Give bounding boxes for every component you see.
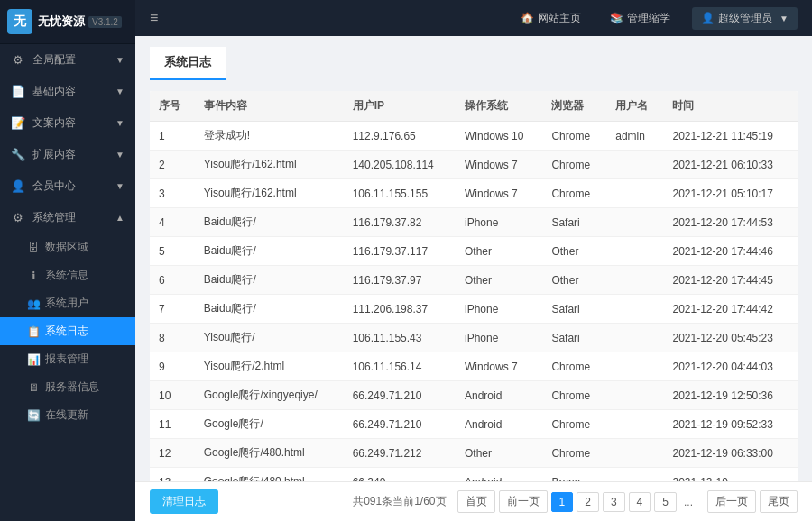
table-cell: Chrome [542, 381, 606, 410]
last-page-btn[interactable]: 尾页 [760, 490, 798, 513]
sidebar-item-quanjupeizhi[interactable]: ⚙ 全局配置 ▼ [0, 44, 135, 76]
table-cell: Chrome [542, 179, 606, 208]
table-cell [606, 352, 663, 381]
sidebar-item-huiyuanzhongxin[interactable]: 👤 会员中心 ▼ [0, 170, 135, 202]
table-row: 3Yisou爬行/162.html106.11.155.155Windows 7… [150, 179, 798, 208]
page-4-btn[interactable]: 4 [629, 492, 651, 512]
logo-text: 无忧资源 [38, 14, 85, 30]
extend-icon: 🔧 [11, 148, 25, 162]
table-cell: 2021-12-19 06:33:00 [663, 439, 798, 468]
table-cell: Android [456, 381, 542, 410]
table-cell: Google爬行/xingyeqiye/ [195, 381, 344, 410]
table-cell: Chrome [542, 122, 606, 151]
table-cell: 1 [150, 122, 195, 151]
sidebar-item-xitongrizhi[interactable]: 📋 系统日志 [0, 317, 135, 345]
sidebar-logo: 无 无忧资源 V3.1.2 [0, 0, 135, 44]
sidebar-item-fuwuqixinxi[interactable]: 🖥 服务器信息 [0, 373, 135, 401]
log-icon: 📋 [27, 325, 40, 338]
first-page-btn[interactable]: 首页 [457, 490, 495, 513]
chevron-down-icon: ▼ [115, 87, 125, 96]
sidebar-item-shujuquyu[interactable]: 🗄 数据区域 [0, 233, 135, 261]
table-cell: Windows 7 [456, 151, 542, 179]
table-cell: 116.179.37.117 [344, 237, 456, 266]
table-row: 4Baidu爬行/116.179.37.82iPhoneSafari2021-1… [150, 208, 798, 237]
table-cell: Chrome [542, 410, 606, 439]
sidebar-item-wenneirong[interactable]: 📝 文案内容 ▼ [0, 107, 135, 139]
sidebar-item-jichuneirong[interactable]: 📄 基础内容 ▼ [0, 76, 135, 107]
table-row: 9Yisou爬行/2.html106.11.156.14Windows 7Chr… [150, 352, 798, 381]
table-cell: 2021-12-19 ... [663, 468, 798, 482]
table-cell: 2021-12-20 17:44:53 [663, 208, 798, 237]
user-icon: 👤 [11, 179, 25, 194]
content-area: 系统日志 序号 事件内容 用户IP 操作系统 浏览器 用户名 时间 1登录成功!… [135, 36, 812, 481]
sidebar-item-kuozhaneirong[interactable]: 🔧 扩展内容 ▼ [0, 139, 135, 170]
sidebar-item-xitongguanli[interactable]: ⚙ 系统管理 ▲ [0, 202, 135, 233]
page-3-btn[interactable]: 3 [603, 492, 625, 512]
sidebar-item-label: 服务器信息 [45, 379, 99, 395]
sidebar-item-zaixiangengxin[interactable]: 🔄 在线更新 [0, 401, 135, 429]
table-cell: 116.179.37.82 [344, 208, 456, 237]
prev-page-btn[interactable]: 前一页 [499, 490, 548, 513]
page-5-btn[interactable]: 5 [654, 492, 677, 512]
sidebar-item-xitongxinxi[interactable]: ℹ 系统信息 [0, 261, 135, 289]
table-cell: iPhone [456, 295, 542, 324]
sidebar-item-label: 数据区域 [45, 240, 88, 255]
table-cell [606, 237, 663, 266]
table-cell: 4 [150, 208, 195, 237]
table-cell: 7 [150, 295, 195, 324]
chevron-up-icon: ▲ [115, 213, 125, 223]
nav-manage-btn[interactable]: 📚 管理缩学 [603, 7, 678, 30]
table-row: 7Baidu爬行/111.206.198.37iPhoneSafari2021-… [150, 295, 798, 324]
sidebar-item-label: 在线更新 [45, 407, 88, 423]
admin-dropdown-btn[interactable]: 👤 超级管理员 ▼ [692, 7, 798, 30]
table-row: 5Baidu爬行/116.179.37.117OtherOther2021-12… [150, 237, 798, 266]
chevron-down-icon: ▼ [115, 118, 125, 128]
table-cell: 2021-12-20 17:44:46 [663, 237, 798, 266]
log-table: 序号 事件内容 用户IP 操作系统 浏览器 用户名 时间 1登录成功!112.9… [150, 91, 798, 481]
table-cell: 106.11.155.155 [344, 179, 456, 208]
page-1-btn[interactable]: 1 [551, 492, 574, 512]
table-cell: Baidu爬行/ [195, 266, 344, 295]
table-cell: Baidu爬行/ [195, 295, 344, 324]
col-time: 时间 [663, 91, 798, 122]
footer: 清理日志 共091条当前1/60页 首页 前一页 1 2 3 4 5 ... 后… [135, 481, 812, 521]
page-2-btn[interactable]: 2 [577, 492, 599, 512]
table-cell: 2021-12-19 09:52:33 [663, 410, 798, 439]
table-cell: 2021-12-21 05:10:17 [663, 179, 798, 208]
sidebar-item-label: 会员中心 [32, 178, 76, 194]
nav-manage-label: 管理缩学 [627, 11, 670, 26]
table-cell [606, 179, 663, 208]
table-cell: 2021-12-20 17:44:45 [663, 266, 798, 295]
table-cell [606, 410, 663, 439]
table-cell: 2 [150, 151, 195, 179]
chevron-down-icon: ▼ [780, 14, 789, 23]
chevron-down-icon: ▼ [115, 55, 125, 65]
table-cell: Windows 7 [456, 352, 542, 381]
table-cell: Windows 10 [456, 122, 542, 151]
table-cell [606, 324, 663, 352]
sidebar-item-xitongyonghu[interactable]: 👥 系统用户 [0, 289, 135, 317]
table-row: 1登录成功!112.9.176.65Windows 10Chromeadmin2… [150, 122, 798, 151]
table-cell: Google爬行/480.html [195, 439, 344, 468]
clear-log-button[interactable]: 清理日志 [150, 489, 218, 514]
next-page-btn[interactable]: 后一页 [707, 490, 756, 513]
sidebar-item-label: 系统日志 [45, 324, 88, 339]
nav-home-btn[interactable]: 🏠 网站主页 [513, 7, 588, 30]
table-cell: 9 [150, 352, 195, 381]
database-icon: 🗄 [27, 242, 40, 254]
table-cell: 116.179.37.97 [344, 266, 456, 295]
table-cell: Yisou爬行/2.html [195, 352, 344, 381]
users-icon: 👥 [27, 297, 40, 310]
sidebar-item-label: 基础内容 [32, 84, 76, 99]
nav-home-label: 网站主页 [538, 11, 581, 26]
table-cell: Chrome [542, 439, 606, 468]
table-cell: iPhone [456, 208, 542, 237]
table-cell: 2021-12-19 12:50:36 [663, 381, 798, 410]
table-cell: 6 [150, 266, 195, 295]
sidebar-item-biaoqianguanli[interactable]: 📊 报表管理 [0, 345, 135, 373]
col-event: 事件内容 [195, 91, 344, 122]
table-cell [606, 295, 663, 324]
table-cell [606, 266, 663, 295]
menu-toggle-icon[interactable]: ≡ [150, 10, 158, 26]
table-cell: Other [456, 439, 542, 468]
